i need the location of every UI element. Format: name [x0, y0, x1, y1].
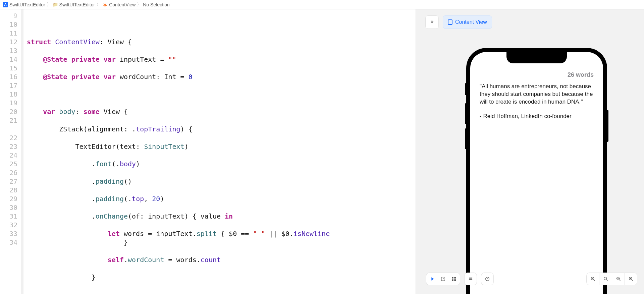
zoom-actual-icon: [603, 276, 608, 282]
svg-point-9: [604, 277, 606, 280]
pin-preview-button[interactable]: [425, 15, 439, 29]
breadcrumb-item-group[interactable]: SwiftUITextEditor: [59, 2, 95, 7]
quote-attribution: - Reid Hoffman, LinkedIn co-founder: [480, 113, 594, 120]
line-number: 23: [0, 142, 17, 151]
svg-rect-1: [452, 277, 453, 279]
line-number: 14: [0, 55, 17, 64]
svg-rect-2: [454, 277, 456, 279]
svg-rect-4: [454, 279, 456, 281]
line-number: 26: [0, 168, 17, 177]
zoom-out-button[interactable]: [586, 273, 599, 285]
line-number: 32: [0, 221, 17, 229]
breadcrumb-item-selection[interactable]: No Selection: [143, 2, 169, 7]
line-number: 20: [0, 107, 17, 116]
gauge-icon: [485, 276, 490, 282]
line-number: 13: [0, 46, 17, 55]
svg-rect-5: [469, 278, 473, 279]
quote-text: "All humans are entrepreneurs, not becau…: [480, 83, 594, 106]
preview-selector-label: Content View: [455, 19, 487, 25]
line-number: 34: [0, 238, 17, 247]
line-number: 11: [0, 29, 17, 38]
line-number: 18: [0, 90, 17, 99]
canvas-settings-button[interactable]: [481, 273, 494, 285]
device-frame: 26 words "All humans are entrepreneurs, …: [466, 48, 607, 294]
chevron-right-icon: 〉: [47, 2, 51, 8]
line-number: 25: [0, 160, 17, 168]
line-number: 24: [0, 151, 17, 160]
device-volume-down: [465, 128, 466, 149]
device-screen[interactable]: 26 words "All humans are entrepreneurs, …: [470, 52, 603, 294]
preview-canvas[interactable]: Content View 26 words "All humans are en…: [416, 9, 644, 294]
line-number: 21: [0, 116, 17, 133]
line-number: 17: [0, 81, 17, 90]
folder-icon: [53, 2, 58, 7]
svg-rect-3: [452, 279, 453, 281]
line-number: 29: [0, 194, 17, 203]
zoom-fit-button[interactable]: [612, 273, 625, 285]
pin-icon: [429, 19, 435, 25]
word-count-label: 26 words: [568, 71, 594, 78]
swift-icon: [102, 2, 108, 7]
live-preview-button[interactable]: [430, 276, 435, 282]
zoom-fit-icon: [616, 276, 621, 282]
line-number: 12: [0, 38, 17, 46]
breadcrumb: A SwiftUITextEditor 〉 SwiftUITextEditor …: [0, 0, 644, 9]
line-number: 30: [0, 203, 17, 212]
device-mute-switch: [465, 83, 466, 95]
zoom-in-button[interactable]: [625, 273, 637, 285]
zoom-100-button[interactable]: [599, 273, 612, 285]
svg-point-11: [618, 278, 619, 279]
zoom-in-icon: [628, 276, 634, 282]
code-area[interactable]: struct ContentView: View { @State privat…: [23, 9, 416, 294]
preview-selector-chip[interactable]: Content View: [443, 15, 492, 29]
device-settings-button[interactable]: [464, 273, 477, 285]
line-number: 16: [0, 72, 17, 81]
line-number: 22: [0, 133, 17, 142]
line-number: 33: [0, 229, 17, 238]
sliders-icon: [468, 276, 473, 282]
device-side-button: [607, 110, 608, 142]
chevron-right-icon: 〉: [96, 2, 101, 8]
device-notch: [506, 52, 567, 63]
artboard-icon: [448, 19, 452, 25]
chevron-right-icon: 〉: [137, 2, 142, 8]
svg-rect-6: [469, 279, 473, 280]
breadcrumb-item-file[interactable]: ContentView: [109, 2, 136, 7]
line-number: 27: [0, 177, 17, 186]
zoom-out-icon: [590, 276, 596, 282]
breadcrumb-item-project[interactable]: SwiftUITextEditor: [9, 2, 45, 7]
zoom-controls: [586, 273, 637, 285]
line-number: 31: [0, 212, 17, 221]
line-number: 28: [0, 186, 17, 194]
selectable-button[interactable]: [440, 276, 446, 282]
line-number: 9: [0, 11, 17, 20]
line-number: 10: [0, 20, 17, 29]
line-number-gutter: 9 10 11 12 13 14 15 16 17 18 19 20 21 22…: [0, 9, 21, 294]
variants-button[interactable]: [451, 276, 457, 282]
preview-controls-pill: [426, 273, 460, 285]
app-icon: A: [3, 2, 8, 7]
device-volume-up: [465, 103, 466, 124]
line-number: 15: [0, 64, 17, 72]
line-number: 19: [0, 99, 17, 107]
text-editor-content[interactable]: "All humans are entrepreneurs, not becau…: [480, 83, 594, 120]
code-editor[interactable]: 9 10 11 12 13 14 15 16 17 18 19 20 21 22…: [0, 9, 416, 294]
fold-ribbon[interactable]: [21, 9, 23, 294]
